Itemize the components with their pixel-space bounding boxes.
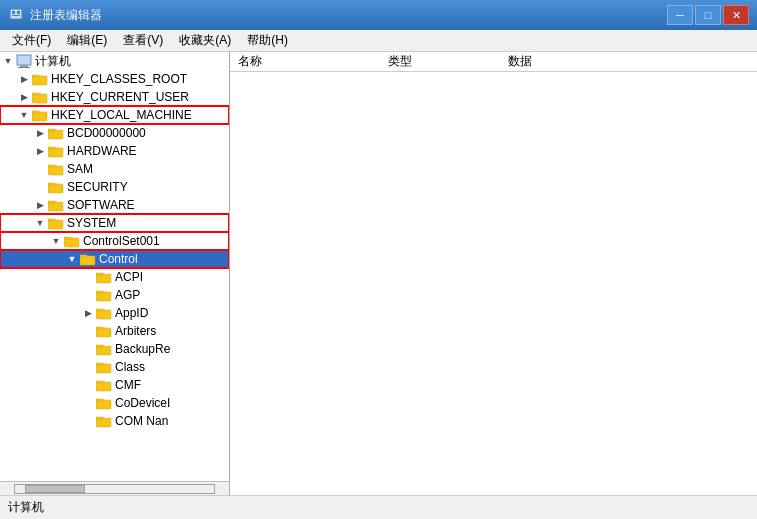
folder-icon-acpi: [96, 270, 112, 284]
menu-view[interactable]: 查看(V): [115, 30, 171, 51]
expander-hkcu[interactable]: ▶: [16, 89, 32, 105]
tree-label-hkcu: HKEY_CURRENT_USER: [51, 90, 189, 104]
svg-rect-23: [48, 220, 63, 229]
tree-label-bcd: BCD00000000: [67, 126, 146, 140]
menu-help[interactable]: 帮助(H): [239, 30, 296, 51]
svg-rect-40: [96, 363, 103, 365]
tree-item-comnan[interactable]: ▶ COM Nan: [0, 412, 229, 430]
expander-hkcr[interactable]: ▶: [16, 71, 32, 87]
tree-scroll[interactable]: ▼ 计算机 ▶ HKEY_CLASSES_ROOT: [0, 52, 229, 481]
tree-item-cmf[interactable]: ▶ CMF: [0, 376, 229, 394]
tree-item-control[interactable]: ▼ Control: [0, 250, 229, 268]
tree-item-codevicei[interactable]: ▶ CoDeviceI: [0, 394, 229, 412]
svg-rect-37: [96, 346, 111, 355]
svg-rect-2: [17, 11, 20, 14]
svg-rect-46: [96, 417, 103, 419]
svg-rect-25: [64, 238, 79, 247]
tree-item-root[interactable]: ▼ 计算机: [0, 52, 229, 70]
tree-item-backupre[interactable]: ▶ BackupRe: [0, 340, 229, 358]
tree-label-class: Class: [115, 360, 145, 374]
svg-rect-6: [18, 67, 30, 68]
tree-label-appid: AppID: [115, 306, 148, 320]
right-header: 名称 类型 数据: [230, 52, 757, 72]
col-header-name: 名称: [230, 52, 380, 72]
expander-system[interactable]: ▼: [32, 215, 48, 231]
svg-rect-42: [96, 381, 103, 383]
expander-appid[interactable]: ▶: [80, 305, 96, 321]
tree-item-arbiters[interactable]: ▶ Arbiters: [0, 322, 229, 340]
svg-rect-10: [32, 93, 39, 95]
folder-icon-hklm: [32, 108, 48, 122]
svg-rect-26: [64, 237, 71, 239]
hscroll-track[interactable]: [14, 484, 215, 494]
svg-rect-31: [96, 292, 111, 301]
tree-label-hkcr: HKEY_CLASSES_ROOT: [51, 72, 187, 86]
menu-file[interactable]: 文件(F): [4, 30, 59, 51]
tree-item-hardware[interactable]: ▶ HARDWARE: [0, 142, 229, 160]
tree-label-controlset001: ControlSet001: [83, 234, 160, 248]
tree-label-comnan: COM Nan: [115, 414, 168, 428]
title-bar-text: 注册表编辑器: [30, 7, 667, 24]
folder-icon-hkcu: [32, 90, 48, 104]
svg-rect-41: [96, 382, 111, 391]
folder-icon-comnan: [96, 414, 112, 428]
maximize-button[interactable]: □: [695, 5, 721, 25]
expander-bcd[interactable]: ▶: [32, 125, 48, 141]
col-header-data: 数据: [500, 52, 757, 72]
computer-icon: [16, 54, 32, 68]
tree-item-software[interactable]: ▶ SOFTWARE: [0, 196, 229, 214]
tree-item-appid[interactable]: ▶ AppID: [0, 304, 229, 322]
svg-rect-18: [48, 165, 55, 167]
tree-item-class[interactable]: ▶ Class: [0, 358, 229, 376]
folder-icon-codevicei: [96, 396, 112, 410]
tree-label-arbiters: Arbiters: [115, 324, 156, 338]
tree-item-sam[interactable]: ▶ SAM: [0, 160, 229, 178]
tree-label-security: SECURITY: [67, 180, 128, 194]
svg-rect-22: [48, 201, 55, 203]
menu-bookmarks[interactable]: 收藏夹(A): [171, 30, 239, 51]
svg-rect-14: [48, 129, 55, 131]
tree-item-bcd[interactable]: ▶ BCD00000000: [0, 124, 229, 142]
hscroll-thumb[interactable]: [25, 485, 85, 493]
folder-icon-class: [96, 360, 112, 374]
expander-root[interactable]: ▼: [0, 53, 16, 69]
svg-rect-3: [12, 15, 20, 16]
svg-rect-15: [48, 148, 63, 157]
svg-rect-9: [32, 94, 47, 103]
tree-label-software: SOFTWARE: [67, 198, 135, 212]
tree-item-agp[interactable]: ▶ AGP: [0, 286, 229, 304]
folder-icon-control: [80, 252, 96, 266]
tree-label-backupre: BackupRe: [115, 342, 170, 356]
tree-label-codevicei: CoDeviceI: [115, 396, 170, 410]
tree-item-hklm[interactable]: ▼ HKEY_LOCAL_MACHINE: [0, 106, 229, 124]
tree-label-hklm: HKEY_LOCAL_MACHINE: [51, 108, 192, 122]
main-area: ▼ 计算机 ▶ HKEY_CLASSES_ROOT: [0, 52, 757, 495]
svg-rect-35: [96, 328, 111, 337]
close-button[interactable]: ✕: [723, 5, 749, 25]
svg-rect-7: [32, 76, 47, 85]
tree-item-hkcu[interactable]: ▶ HKEY_CURRENT_USER: [0, 88, 229, 106]
minimize-button[interactable]: ─: [667, 5, 693, 25]
tree-hscrollbar[interactable]: [0, 481, 229, 495]
tree-item-system[interactable]: ▼ SYSTEM: [0, 214, 229, 232]
expander-control[interactable]: ▼: [64, 251, 80, 267]
expander-hklm[interactable]: ▼: [16, 107, 32, 123]
svg-rect-27: [80, 256, 95, 265]
tree-item-security[interactable]: ▶ SECURITY: [0, 178, 229, 196]
svg-rect-44: [96, 399, 103, 401]
svg-rect-28: [80, 255, 87, 257]
tree-label-cmf: CMF: [115, 378, 141, 392]
svg-rect-45: [96, 418, 111, 427]
expander-controlset001[interactable]: ▼: [48, 233, 64, 249]
tree-label-system: SYSTEM: [67, 216, 116, 230]
tree-item-hkcr[interactable]: ▶ HKEY_CLASSES_ROOT: [0, 70, 229, 88]
tree-item-controlset001[interactable]: ▼ ControlSet001: [0, 232, 229, 250]
svg-rect-34: [96, 309, 103, 311]
col-header-type: 类型: [380, 52, 500, 72]
expander-hardware[interactable]: ▶: [32, 143, 48, 159]
tree-root-label: 计算机: [35, 53, 71, 70]
menu-edit[interactable]: 编辑(E): [59, 30, 115, 51]
expander-software[interactable]: ▶: [32, 197, 48, 213]
svg-rect-33: [96, 310, 111, 319]
tree-item-acpi[interactable]: ▶ ACPI: [0, 268, 229, 286]
